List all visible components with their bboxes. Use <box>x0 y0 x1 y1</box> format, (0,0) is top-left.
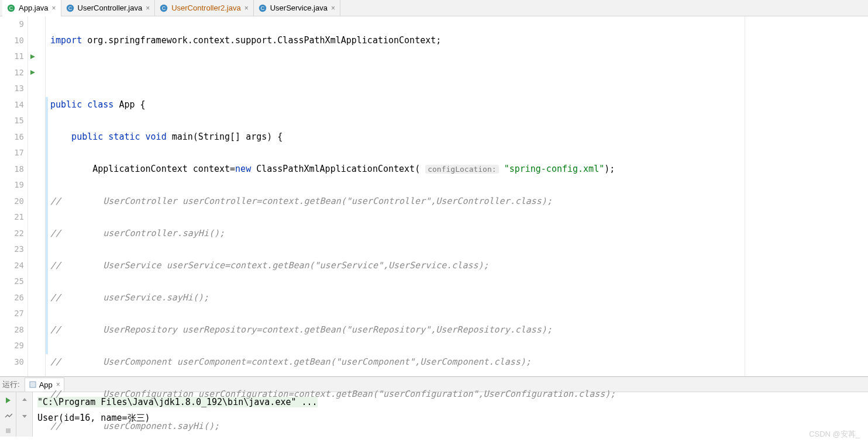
watermark: CSDN @安苒_ <box>809 429 860 439</box>
svg-rect-10 <box>30 382 36 387</box>
rerun-button[interactable] <box>2 394 14 406</box>
svg-text:C: C <box>68 5 72 11</box>
close-icon[interactable]: × <box>244 4 249 12</box>
tab-label: UserController.java <box>78 4 143 12</box>
keyword: public <box>50 131 103 142</box>
comment: // UserConfiguration userConfiguration=c… <box>50 389 615 399</box>
svg-marker-9 <box>30 70 35 75</box>
code-text <box>499 164 504 174</box>
close-icon[interactable]: × <box>146 4 150 12</box>
keyword: public <box>50 99 82 110</box>
run-config-icon <box>29 380 37 389</box>
svg-text:C: C <box>162 5 166 11</box>
close-icon[interactable]: × <box>52 4 56 12</box>
java-class-icon: C <box>7 4 15 12</box>
stop-button[interactable] <box>2 425 14 437</box>
editor-tabs: C App.java × C UserController.java × C U… <box>0 0 868 16</box>
code-content[interactable]: import org.springframework.context.suppo… <box>49 16 868 376</box>
string-literal: "spring-config.xml" <box>504 164 605 174</box>
code-text: (String[] args) { <box>193 131 283 142</box>
close-icon[interactable]: × <box>331 4 335 12</box>
tab-label: UserController2.java <box>171 4 241 12</box>
svg-text:C: C <box>260 5 264 11</box>
code-text: ApplicationContext context= <box>50 164 235 174</box>
close-icon[interactable]: × <box>56 380 60 389</box>
code-text: App { <box>113 99 145 110</box>
svg-text:C: C <box>9 5 13 11</box>
settings-button[interactable] <box>2 410 14 421</box>
code-text: ); <box>604 164 615 174</box>
comment: // UserComponent userComponent=context.g… <box>50 357 531 367</box>
tab-label: App.java <box>19 4 49 12</box>
tab-usercontroller[interactable]: C UserController.java × <box>61 0 156 16</box>
svg-marker-11 <box>6 397 11 403</box>
java-class-icon: C <box>66 4 74 12</box>
svg-marker-8 <box>30 54 35 59</box>
code-text: org.springframework.context.support.Clas… <box>82 35 441 46</box>
param-hint: configLocation: <box>425 165 498 174</box>
tab-usercontroller2[interactable]: C UserController2.java × <box>155 0 254 16</box>
method-name: main <box>167 131 193 142</box>
keyword: new <box>235 164 251 174</box>
keyword: import <box>50 35 82 46</box>
line-gutter: 9101112131415161718192021222324252627282… <box>0 16 28 376</box>
comment: // UserService userService=context.getBe… <box>50 260 489 271</box>
run-toolbar-nav <box>16 392 33 437</box>
run-gutter <box>28 16 37 376</box>
tab-app[interactable]: C App.java × <box>2 0 61 16</box>
tab-label: UserService.java <box>270 4 328 12</box>
comment: // userController.sayHi(); <box>50 228 225 238</box>
comment: // userComponent.sayHi(); <box>50 421 219 431</box>
keyword: static <box>103 131 140 142</box>
comment: // UserRepository userRepository=context… <box>50 324 552 335</box>
keyword: class <box>82 99 113 110</box>
right-margin-line <box>745 16 745 376</box>
comment: // userService.sayHi(); <box>50 292 209 303</box>
run-panel-label: 运行: <box>2 379 20 390</box>
svg-rect-12 <box>6 428 11 433</box>
code-editor[interactable]: 9101112131415161718192021222324252627282… <box>0 16 868 376</box>
run-toolbar-left <box>0 392 16 437</box>
code-text: ClassPathXmlApplicationContext( <box>251 164 425 174</box>
java-class-icon: C <box>259 4 267 12</box>
tab-userservice[interactable]: C UserService.java × <box>254 0 340 16</box>
java-class-icon: C <box>160 4 168 12</box>
keyword: void <box>140 131 167 142</box>
comment: // UserController userController=context… <box>50 196 552 206</box>
up-button[interactable] <box>19 394 30 406</box>
fold-gutter <box>37 16 46 376</box>
down-button[interactable] <box>19 410 30 421</box>
